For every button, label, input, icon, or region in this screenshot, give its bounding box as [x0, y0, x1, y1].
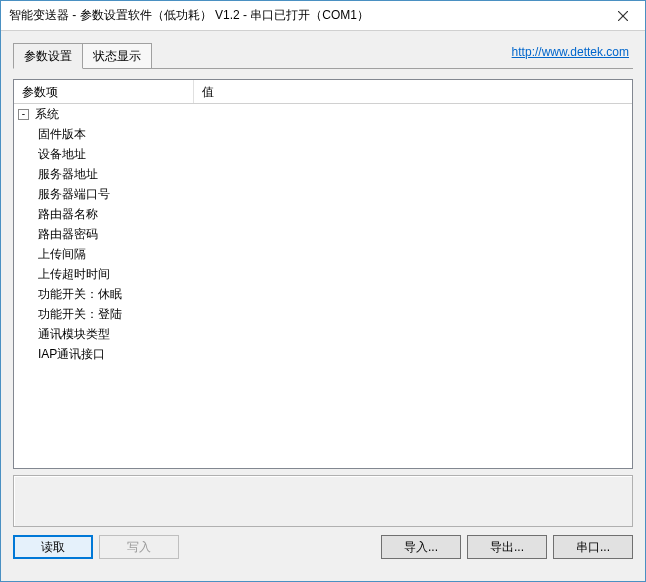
description-panel [13, 475, 633, 527]
read-button[interactable]: 读取 [13, 535, 93, 559]
param-row[interactable]: 上传间隔 [14, 244, 632, 264]
param-label: IAP通讯接口 [38, 346, 105, 363]
param-label: 上传间隔 [38, 246, 86, 263]
grid-wrap: 参数项 值 - 系统 固件版本设备地址服务器地址服务器端口号路由器名称路由器密码… [13, 79, 633, 569]
header-param[interactable]: 参数项 [14, 80, 194, 103]
param-label: 路由器名称 [38, 206, 98, 223]
category-row[interactable]: - 系统 [14, 104, 632, 124]
tab-underline [13, 68, 633, 69]
main-window: 智能变送器 - 参数设置软件（低功耗） V1.2 - 串口已打开（COM1） 参… [0, 0, 646, 582]
param-row[interactable]: 路由器名称 [14, 204, 632, 224]
client-area: 参数设置 状态显示 http://www.dettek.com 参数项 值 - … [1, 31, 645, 581]
param-label: 功能开关：登陆 [38, 306, 122, 323]
param-label: 路由器密码 [38, 226, 98, 243]
serial-button[interactable]: 串口... [553, 535, 633, 559]
param-label: 固件版本 [38, 126, 86, 143]
import-button[interactable]: 导入... [381, 535, 461, 559]
param-label: 服务器地址 [38, 166, 98, 183]
titlebar[interactable]: 智能变送器 - 参数设置软件（低功耗） V1.2 - 串口已打开（COM1） [1, 1, 645, 31]
param-row[interactable]: IAP通讯接口 [14, 344, 632, 364]
tab-param-settings[interactable]: 参数设置 [13, 43, 83, 69]
grid-header: 参数项 值 [14, 80, 632, 104]
property-grid[interactable]: 参数项 值 - 系统 固件版本设备地址服务器地址服务器端口号路由器名称路由器密码… [13, 79, 633, 469]
param-label: 上传超时时间 [38, 266, 110, 283]
param-row[interactable]: 服务器端口号 [14, 184, 632, 204]
vendor-link[interactable]: http://www.dettek.com [512, 45, 629, 59]
close-button[interactable] [600, 1, 645, 30]
param-label: 设备地址 [38, 146, 86, 163]
tab-status-display[interactable]: 状态显示 [82, 43, 152, 68]
write-button[interactable]: 写入 [99, 535, 179, 559]
expand-toggle[interactable]: - [18, 109, 29, 120]
category-label: 系统 [35, 106, 59, 123]
param-row[interactable]: 路由器密码 [14, 224, 632, 244]
header-value[interactable]: 值 [194, 80, 632, 103]
param-row[interactable]: 服务器地址 [14, 164, 632, 184]
button-row: 读取 写入 导入... 导出... 串口... [13, 535, 633, 559]
close-icon [618, 11, 628, 21]
param-row[interactable]: 通讯模块类型 [14, 324, 632, 344]
param-label: 通讯模块类型 [38, 326, 110, 343]
export-button[interactable]: 导出... [467, 535, 547, 559]
param-row[interactable]: 上传超时时间 [14, 264, 632, 284]
param-row[interactable]: 功能开关：休眠 [14, 284, 632, 304]
param-row[interactable]: 设备地址 [14, 144, 632, 164]
grid-body[interactable]: - 系统 固件版本设备地址服务器地址服务器端口号路由器名称路由器密码上传间隔上传… [14, 104, 632, 468]
window-title: 智能变送器 - 参数设置软件（低功耗） V1.2 - 串口已打开（COM1） [9, 7, 369, 24]
tabs: 参数设置 状态显示 [13, 44, 152, 68]
param-label: 功能开关：休眠 [38, 286, 122, 303]
param-row[interactable]: 功能开关：登陆 [14, 304, 632, 324]
param-row[interactable]: 固件版本 [14, 124, 632, 144]
tab-row: 参数设置 状态显示 http://www.dettek.com [13, 43, 633, 69]
param-label: 服务器端口号 [38, 186, 110, 203]
button-spacer [185, 535, 375, 559]
